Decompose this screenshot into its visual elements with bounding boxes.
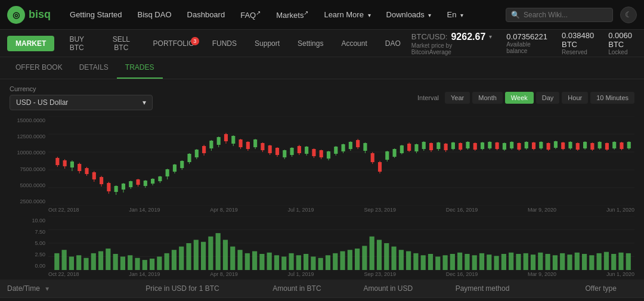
nav-buy-btc-button[interactable]: BUY BTC	[55, 32, 98, 55]
interval-10min-button[interactable]: 10 Minutes	[590, 92, 634, 104]
available-balance-block: 0.07356221 Available balance	[506, 32, 547, 54]
cell-offer-type-0: Buy BTC	[578, 298, 644, 302]
vol-x-2: Apr 8, 2019	[210, 271, 238, 277]
tab-trades[interactable]: TRADES	[117, 57, 163, 79]
theme-toggle-button[interactable]: ☾	[620, 7, 637, 23]
svg-rect-173	[83, 258, 88, 270]
sort-icon[interactable]: ▼	[44, 286, 50, 292]
svg-rect-153	[590, 143, 594, 150]
candlestick-y-labels: 15000.0000 12500.0000 10000.0000 7500.00…	[10, 116, 45, 206]
interval-group: Interval Year Month Week Day Hour 10 Min…	[417, 92, 634, 104]
svg-rect-172	[76, 255, 81, 270]
svg-rect-189	[201, 242, 206, 270]
svg-rect-111	[436, 142, 440, 149]
svg-rect-210	[355, 249, 360, 270]
svg-rect-209	[348, 250, 352, 270]
nav-dao-button[interactable]: DAO	[377, 36, 409, 51]
svg-rect-193	[230, 247, 235, 270]
nav-markets[interactable]: Markets↗	[270, 6, 314, 23]
vol-y-1: 7.50	[10, 229, 45, 235]
search-icon: 🔍	[511, 11, 520, 19]
candlestick-chart-wrap: 15000.0000 12500.0000 10000.0000 7500.00…	[10, 116, 634, 206]
svg-rect-15	[85, 168, 88, 174]
x-label-0: Oct 22, 2018	[48, 207, 79, 213]
logo[interactable]: ◎ bisq	[7, 6, 51, 24]
svg-rect-240	[575, 253, 580, 270]
svg-rect-9	[63, 160, 67, 166]
candlestick-x-labels: Oct 22, 2018 Jan 14, 2019 Apr 8, 2019 Ju…	[10, 207, 634, 213]
interval-year-button[interactable]: Year	[445, 92, 470, 104]
nav-learn-more[interactable]: Learn More ▾	[318, 7, 376, 23]
nav-market-button[interactable]: MARKET	[7, 36, 54, 51]
reserved-label: Reserved	[562, 49, 594, 55]
svg-rect-197	[259, 254, 264, 270]
svg-rect-63	[261, 143, 264, 150]
tab-details[interactable]: DETAILS	[71, 57, 117, 79]
svg-rect-77	[312, 149, 315, 156]
y-label-0: 15000.0000	[10, 117, 45, 123]
tab-offer-book[interactable]: OFFER BOOK	[7, 57, 71, 79]
svg-rect-101	[400, 145, 404, 153]
y-label-5: 2500.0000	[10, 198, 45, 204]
vol-y-4: 0.00	[10, 263, 45, 269]
svg-rect-61	[253, 139, 257, 147]
svg-rect-175	[98, 252, 103, 271]
svg-rect-194	[237, 250, 242, 270]
svg-rect-79	[320, 150, 323, 157]
svg-rect-212	[370, 237, 374, 270]
svg-rect-85	[342, 144, 345, 151]
svg-rect-235	[538, 253, 543, 270]
vol-x-4: Sep 23, 2019	[364, 271, 396, 277]
x-label-6: Mar 9, 2020	[528, 207, 556, 213]
vol-x-3: Jul 1, 2019	[288, 271, 314, 277]
svg-rect-214	[384, 243, 389, 270]
svg-rect-176	[106, 249, 110, 270]
interval-week-button[interactable]: Week	[505, 92, 534, 104]
svg-rect-203	[304, 254, 308, 270]
nav-language[interactable]: En ▾	[441, 7, 469, 23]
svg-rect-185	[172, 250, 177, 270]
trades-table-container: Date/Time ▼ Price in USD for 1 BTC Amoun…	[0, 280, 644, 301]
svg-rect-186	[179, 247, 184, 270]
svg-rect-204	[311, 257, 315, 271]
svg-rect-200	[281, 257, 286, 271]
nav-faq[interactable]: FAQ↗	[234, 6, 267, 23]
volume-x-labels: Oct 22, 2018 Jan 14, 2019 Apr 8, 2019 Ju…	[10, 271, 634, 277]
nav-sell-btc-button[interactable]: SELL BTC	[99, 32, 143, 55]
nav-support-button[interactable]: Support	[246, 36, 288, 51]
svg-rect-206	[326, 255, 330, 270]
svg-rect-188	[194, 240, 199, 270]
nav-portfolio-button[interactable]: PORTFOLIO 3	[145, 36, 203, 51]
svg-rect-149	[576, 143, 580, 150]
nav-getting-started[interactable]: Getting Started	[64, 7, 128, 23]
y-label-3: 7500.0000	[10, 166, 45, 172]
interval-month-button[interactable]: Month	[472, 92, 503, 104]
col-amount-btc: Amount in BTC	[265, 280, 356, 298]
price-dropdown-icon[interactable]: ▾	[489, 33, 492, 40]
search-input[interactable]	[524, 11, 607, 19]
svg-rect-226	[472, 255, 477, 270]
interval-day-button[interactable]: Day	[536, 92, 560, 104]
svg-rect-159	[612, 142, 616, 148]
svg-rect-177	[113, 254, 118, 270]
nav-dashboard[interactable]: Dashboard	[181, 7, 231, 23]
svg-rect-187	[186, 243, 191, 270]
nav-bisq-dao[interactable]: Bisq DAO	[131, 7, 177, 23]
svg-rect-234	[531, 255, 535, 270]
currency-select[interactable]: USD - US Dollar ▾	[10, 95, 153, 110]
nav-settings-button[interactable]: Settings	[289, 36, 332, 51]
svg-rect-55	[231, 136, 235, 144]
svg-rect-220	[428, 254, 433, 270]
nav-account-button[interactable]: Account	[333, 36, 375, 51]
svg-rect-243	[597, 253, 602, 270]
svg-rect-171	[69, 257, 74, 271]
vol-y-3: 2.50	[10, 252, 45, 257]
svg-rect-151	[583, 142, 587, 148]
volume-chart-wrap: 10.00 7.50 5.00 2.50 0.00	[10, 216, 634, 270]
svg-rect-27	[129, 181, 132, 187]
vol-y-0: 10.00	[10, 218, 45, 224]
nav-funds-button[interactable]: FUNDS	[204, 36, 245, 51]
interval-hour-button[interactable]: Hour	[562, 92, 588, 104]
svg-rect-83	[334, 147, 338, 154]
nav-downloads[interactable]: Downloads ▾	[380, 7, 438, 23]
